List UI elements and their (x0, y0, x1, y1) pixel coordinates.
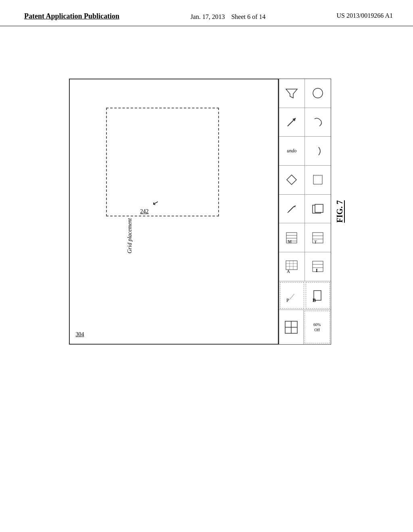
lines-I-button[interactable]: I (305, 252, 331, 281)
undo-label: undo (287, 148, 296, 154)
P-icon: P (285, 288, 299, 303)
square-icon (311, 172, 325, 187)
publication-number: US 2013/0019266 A1 (336, 12, 393, 19)
svg-marker-0 (286, 89, 297, 98)
rect-copy-button[interactable] (305, 195, 331, 223)
svg-rect-5 (313, 175, 322, 184)
svg-marker-4 (287, 175, 296, 185)
svg-rect-10 (315, 204, 323, 212)
lines-M-button[interactable]: M (279, 223, 305, 252)
filter-icon (284, 86, 299, 100)
toolbar-row-8: P B (279, 281, 331, 310)
diamond-icon (284, 172, 299, 187)
toolbar-row-1 (279, 79, 331, 108)
svg-line-6 (288, 206, 294, 212)
circle-button[interactable] (305, 79, 331, 108)
toolbar-row-7: A I (279, 252, 331, 281)
lines-I-icon: I (311, 259, 325, 274)
percent-off-button[interactable]: 60%Off (305, 311, 330, 343)
sheet-info: Sheet 6 of 14 (231, 13, 265, 20)
B-button[interactable]: B (306, 282, 330, 309)
svg-text:T: T (314, 239, 317, 244)
lines-T-button[interactable]: T (305, 223, 331, 252)
lines-T-icon: T (311, 231, 325, 245)
svg-marker-7 (294, 206, 296, 207)
toolbar-row-5 (279, 195, 331, 224)
svg-point-1 (313, 88, 323, 98)
toolbar-panel: undo (279, 79, 331, 345)
publication-date: Jan. 17, 2013 (190, 13, 225, 20)
grid-A-icon: A (284, 259, 299, 274)
P-button[interactable]: P (280, 282, 304, 309)
filter-button[interactable] (279, 79, 305, 108)
undo-button[interactable]: undo (279, 137, 305, 165)
lines-M-icon: M (284, 231, 299, 245)
device-frame: ↙ 242 Grid placement 304 (69, 79, 279, 345)
grid-A-button[interactable]: A (279, 252, 305, 281)
label-304: 304 (76, 331, 84, 338)
toolbar-row-3: undo (279, 137, 331, 166)
curve-icon (311, 144, 325, 158)
svg-text:M: M (288, 239, 292, 244)
svg-rect-26 (313, 261, 323, 272)
square-button[interactable] (305, 166, 331, 194)
grid-bottom-button[interactable] (279, 310, 304, 344)
svg-text:A: A (287, 269, 290, 274)
label-242: 242 (140, 208, 149, 215)
svg-text:P: P (286, 297, 289, 303)
page-header: Patent Application Publication Jan. 17, … (0, 0, 413, 26)
percent-off-label: 60%Off (313, 322, 321, 332)
toolbar-row-4 (279, 166, 331, 195)
figure-label: FIG. 7 (335, 200, 344, 223)
B-icon: B (311, 288, 325, 303)
publication-date-sheet: Jan. 17, 2013 Sheet 6 of 14 (190, 12, 265, 22)
grid-placement-label: Grid placement (126, 218, 133, 253)
selection-box (106, 108, 219, 216)
rect-copy-icon (311, 202, 325, 216)
svg-rect-20 (286, 261, 297, 270)
arrow-tool-icon (284, 115, 299, 129)
toolbar-row-6: M T (279, 223, 331, 252)
fig-label-text: FIG. 7 (335, 200, 344, 223)
publication-title: Patent Application Publication (24, 12, 119, 21)
svg-line-8 (288, 212, 288, 213)
figure-area: ↙ 242 Grid placement 304 (24, 79, 389, 345)
svg-text:B: B (313, 297, 316, 303)
pencil-button[interactable] (279, 195, 305, 223)
svg-line-30 (290, 294, 294, 299)
circle-icon (311, 86, 325, 100)
curve-button[interactable] (305, 137, 331, 165)
grid-bottom-icon (284, 320, 298, 335)
squiggle-icon (311, 115, 325, 129)
pencil-icon (284, 202, 299, 216)
diamond-button[interactable] (279, 166, 305, 194)
toolbar-row-2 (279, 108, 331, 137)
svg-text:I: I (316, 268, 318, 273)
arrow-button[interactable] (279, 108, 305, 137)
toolbar-row-9: 60%Off (279, 310, 331, 344)
main-content: ↙ 242 Grid placement 304 (0, 26, 413, 518)
squiggle-button[interactable] (305, 108, 331, 137)
